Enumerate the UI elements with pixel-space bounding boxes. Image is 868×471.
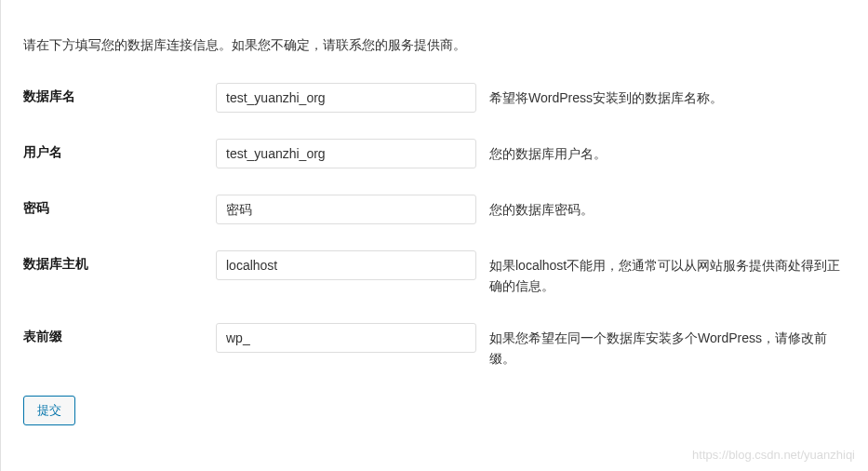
input-username[interactable]	[216, 139, 476, 168]
db-setup-form: 请在下方填写您的数据库连接信息。如果您不确定，请联系您的服务提供商。 数据库名 …	[1, 0, 868, 448]
label-password: 密码	[23, 195, 216, 217]
field-row-dbhost: 数据库主机 如果localhost不能用，您通常可以从网站服务提供商处得到正确的…	[23, 250, 846, 297]
input-wrap-username	[216, 139, 476, 168]
input-password[interactable]	[216, 195, 476, 224]
label-username: 用户名	[23, 139, 216, 161]
field-row-dbname: 数据库名 希望将WordPress安装到的数据库名称。	[23, 83, 846, 113]
label-prefix: 表前缀	[23, 323, 216, 345]
label-dbname: 数据库名	[23, 83, 216, 105]
submit-button[interactable]: 提交	[23, 396, 75, 425]
intro-text: 请在下方填写您的数据库连接信息。如果您不确定，请联系您的服务提供商。	[23, 35, 846, 55]
label-dbhost: 数据库主机	[23, 250, 216, 273]
input-prefix[interactable]	[216, 323, 476, 353]
input-wrap-dbhost	[216, 250, 476, 280]
input-wrap-dbname	[216, 83, 476, 113]
field-row-username: 用户名 您的数据库用户名。	[23, 139, 846, 168]
help-password: 您的数据库密码。	[489, 195, 846, 220]
help-username: 您的数据库用户名。	[489, 139, 846, 164]
input-wrap-password	[216, 195, 476, 224]
input-wrap-prefix	[216, 323, 476, 353]
field-row-password: 密码 您的数据库密码。	[23, 195, 846, 224]
help-dbhost: 如果localhost不能用，您通常可以从网站服务提供商处得到正确的信息。	[489, 250, 846, 297]
help-dbname: 希望将WordPress安装到的数据库名称。	[489, 83, 846, 108]
submit-wrap: 提交	[23, 396, 846, 425]
help-prefix: 如果您希望在同一个数据库安装多个WordPress，请修改前缀。	[489, 323, 846, 370]
watermark-text: https://blog.csdn.net/yuanzhiqi	[692, 448, 855, 462]
field-row-prefix: 表前缀 如果您希望在同一个数据库安装多个WordPress，请修改前缀。	[23, 323, 846, 370]
input-dbhost[interactable]	[216, 250, 476, 280]
input-dbname[interactable]	[216, 83, 476, 113]
